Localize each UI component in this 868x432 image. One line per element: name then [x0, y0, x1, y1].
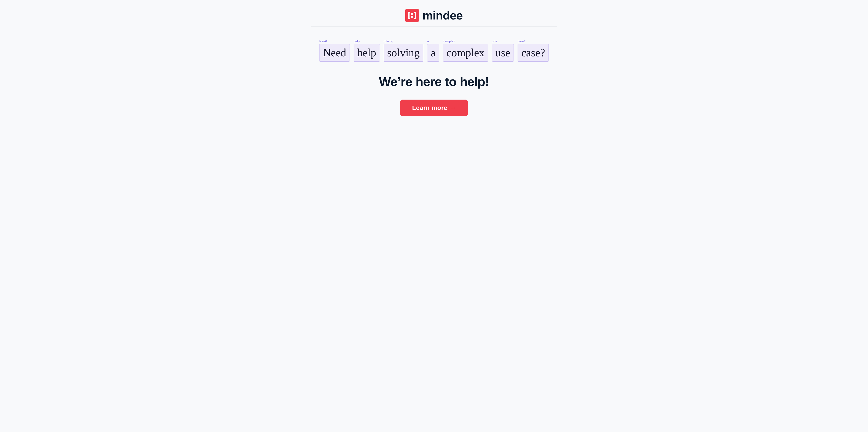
cta-arrow-icon: →	[450, 104, 456, 111]
header: mindee	[311, 8, 557, 27]
logo-text: mindee	[422, 8, 463, 22]
word-handwritten: a	[427, 44, 439, 62]
word-ocr-label: belp	[353, 39, 360, 43]
word-block: carnplexcomplex	[443, 39, 488, 62]
logo-icon	[405, 9, 419, 22]
word-handwritten: complex	[443, 44, 488, 62]
learn-more-button[interactable]: Learn more →	[400, 100, 468, 116]
word-block: care?case?	[518, 39, 549, 62]
word-ocr-label: carnplex	[443, 39, 455, 43]
word-handwritten: use	[492, 44, 514, 62]
word-block: roluingsolving	[384, 39, 423, 62]
cta-label: Learn more	[412, 104, 447, 112]
word-ocr-label: Nee6	[319, 39, 327, 43]
main-heading: We’re here to help!	[379, 74, 489, 89]
word-ocr-label: a	[427, 39, 429, 43]
word-ocr-label: care?	[518, 39, 526, 43]
word-block: aa	[427, 39, 439, 62]
word-ocr-label: une	[492, 39, 497, 43]
word-block: Nee6Need	[319, 39, 350, 62]
word-ocr-label: roluing	[384, 39, 393, 43]
word-handwritten: case?	[518, 44, 549, 62]
svg-rect-3	[411, 13, 413, 14]
page-wrapper: mindee Nee6Needbelphelproluingsolvingaac…	[307, 0, 561, 129]
handwriting-section: Nee6Needbelphelproluingsolvingaacarnplex…	[311, 39, 557, 62]
word-block: belphelp	[353, 39, 380, 62]
word-handwritten: Need	[319, 44, 350, 62]
word-handwritten: help	[353, 44, 380, 62]
word-handwritten: solving	[384, 44, 423, 62]
word-block: uneuse	[492, 39, 514, 62]
svg-rect-4	[411, 16, 413, 18]
